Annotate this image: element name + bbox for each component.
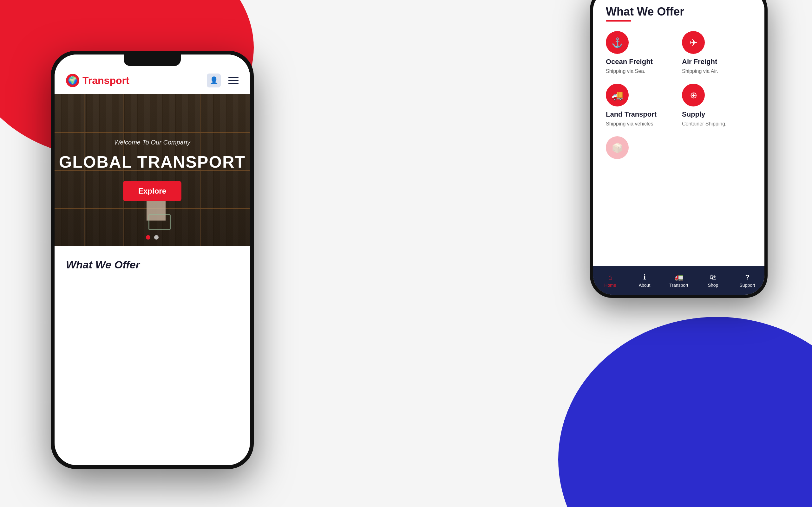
services-grid: ⚓ Ocean Freight Shipping via Sea. ✈ Air … — [606, 31, 752, 127]
title-underline — [606, 20, 631, 21]
menu-bar-1 — [229, 77, 239, 78]
supply-icon: ⊕ — [682, 83, 705, 107]
hamburger-menu-icon[interactable] — [229, 77, 239, 84]
nav-about[interactable]: ℹ About — [627, 266, 662, 295]
ocean-freight-icon: ⚓ — [606, 31, 629, 54]
services-partial-row: 📦 — [606, 136, 752, 159]
user-icon[interactable]: 👤 — [207, 73, 221, 88]
air-freight-name: Air Freight — [682, 58, 752, 66]
hero-subtitle: Welcome To Our Company — [114, 139, 190, 146]
support-nav-icon: ? — [745, 273, 749, 281]
nav-transport[interactable]: 🚛 Transport — [662, 266, 696, 295]
header-icons: 👤 — [207, 73, 239, 88]
hero-dot-1[interactable] — [146, 235, 150, 239]
home-nav-icon: ⌂ — [608, 273, 612, 281]
cart-outline — [148, 214, 171, 230]
partial-service-icon: 📦 — [606, 136, 629, 159]
what-we-offer-left-title: What We Offer — [66, 259, 239, 271]
hero-title: GLOBAL TRANSPORT — [59, 153, 246, 171]
transport-nav-label: Transport — [669, 283, 688, 288]
land-transport-icon: 🚚 — [606, 83, 629, 107]
bg-blue-circle — [558, 317, 812, 507]
supply-name: Supply — [682, 110, 752, 118]
what-we-offer-right-title: What We Offer — [606, 5, 752, 18]
land-transport-name: Land Transport — [606, 110, 676, 118]
about-nav-icon: ℹ — [643, 273, 646, 281]
hero-carousel-dots — [146, 235, 159, 239]
shop-nav-label: Shop — [708, 283, 718, 288]
explore-button[interactable]: Explore — [123, 181, 182, 201]
air-freight-desc: Shipping via Air. — [682, 68, 752, 74]
nav-support[interactable]: ? Support — [730, 266, 764, 295]
service-air-freight: ✈ Air Freight Shipping via Air. — [682, 31, 752, 74]
phone-left: 🌍 Transport 👤 — [51, 51, 254, 469]
land-transport-desc: Shipping via vehicles — [606, 121, 676, 127]
ocean-freight-desc: Shipping via Sea. — [606, 68, 676, 74]
right-phone-content: What We Offer ⚓ Ocean Freight Shipping v… — [593, 0, 764, 276]
phone-notch-left — [124, 55, 181, 66]
hero-background: Welcome To Our Company GLOBAL TRANSPORT … — [55, 94, 250, 246]
globe-icon: 🌍 — [66, 74, 79, 87]
logo-area: 🌍 Transport — [66, 74, 130, 87]
about-nav-label: About — [639, 283, 651, 288]
menu-bar-3 — [229, 83, 239, 84]
hero-section: Welcome To Our Company GLOBAL TRANSPORT … — [55, 94, 250, 246]
ocean-freight-name: Ocean Freight — [606, 58, 676, 66]
transport-nav-icon: 🚛 — [675, 273, 683, 281]
service-ocean-freight: ⚓ Ocean Freight Shipping via Sea. — [606, 31, 676, 74]
air-freight-icon: ✈ — [682, 31, 705, 54]
service-land-transport: 🚚 Land Transport Shipping via vehicles — [606, 83, 676, 127]
shop-nav-icon: 🛍 — [710, 273, 716, 281]
supply-desc: Container Shipping. — [682, 121, 752, 127]
hero-dot-2[interactable] — [154, 235, 159, 239]
logo-text: Transport — [83, 75, 130, 87]
menu-bar-2 — [229, 80, 239, 81]
what-we-offer-left-section: What We Offer — [55, 246, 250, 284]
nav-home[interactable]: ⌂ Home — [593, 266, 627, 295]
phone-right: What We Offer ⚓ Ocean Freight Shipping v… — [590, 0, 768, 298]
service-supply: ⊕ Supply Container Shipping. — [682, 83, 752, 127]
nav-shop[interactable]: 🛍 Shop — [696, 266, 730, 295]
support-nav-label: Support — [740, 283, 755, 288]
bottom-navigation: ⌂ Home ℹ About 🚛 Transport 🛍 Shop ? Supp… — [593, 266, 764, 295]
home-nav-label: Home — [604, 283, 616, 288]
